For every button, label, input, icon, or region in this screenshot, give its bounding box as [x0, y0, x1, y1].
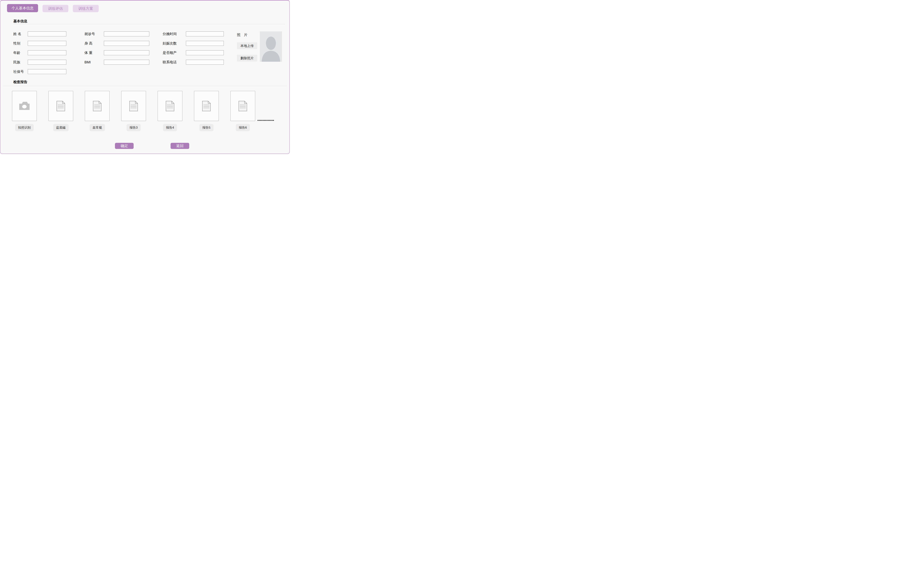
- report-item: 盆底磁: [48, 91, 73, 131]
- visit-no-field-label: 就诊号: [84, 31, 104, 36]
- report-card-list: 拍照识别 盆底磁: [12, 91, 255, 131]
- document-icon: [166, 101, 174, 111]
- bmi-field-row: BMI: [84, 60, 149, 65]
- social-security-field-label: 社保号: [13, 69, 28, 74]
- avatar: [260, 31, 282, 62]
- report-card-label[interactable]: 盆底磁: [53, 124, 69, 131]
- age-input[interactable]: [28, 50, 66, 55]
- patient-info-panel: 个人基本信息 训练评估 训练方案 基本信息 姓 名 性别 年龄 民族 社保号 就: [0, 0, 290, 154]
- natural-birth-field-label: 是否顺产: [163, 50, 186, 55]
- age-field-row: 年龄: [13, 50, 66, 55]
- delivery-time-field-row: 分娩时间: [163, 31, 224, 36]
- height-field-row: 身 高: [84, 41, 149, 46]
- ethnicity-field-row: 民族: [13, 60, 66, 65]
- contact-phone-input[interactable]: [186, 60, 224, 65]
- weight-field-row: 体 重: [84, 50, 149, 55]
- pregnancy-count-field-label: 妊娠次数: [163, 41, 186, 46]
- height-input[interactable]: [104, 41, 149, 46]
- reports-section-title: 检查报告: [13, 80, 27, 84]
- social-security-input[interactable]: [28, 69, 66, 74]
- bmi-input[interactable]: [104, 60, 149, 65]
- weight-field-label: 体 重: [84, 50, 104, 55]
- report-item-photo-ocr: 拍照识别: [12, 91, 37, 131]
- height-field-label: 身 高: [84, 41, 104, 46]
- pregnancy-count-field-row: 妊娠次数: [163, 41, 224, 46]
- report-card-label[interactable]: 血常规: [90, 124, 105, 131]
- report-card[interactable]: [85, 91, 110, 121]
- basic-info-section-title: 基本信息: [13, 19, 27, 24]
- report-card[interactable]: [158, 91, 183, 121]
- report-card-label[interactable]: 报告5: [199, 124, 213, 131]
- name-field-label: 姓 名: [13, 31, 28, 36]
- report-card-label[interactable]: 报告4: [163, 124, 177, 131]
- camera-icon: [19, 101, 30, 111]
- contact-phone-field-label: 联系电话: [163, 60, 186, 65]
- delete-photo-button[interactable]: 删除照片: [237, 55, 257, 61]
- report-card-label[interactable]: 报告6: [236, 124, 250, 131]
- delivery-time-input[interactable]: [186, 31, 224, 36]
- report-item: 报告5: [194, 91, 219, 131]
- report-card-label[interactable]: 报告3: [127, 124, 140, 131]
- report-item: 血常规: [85, 91, 110, 131]
- weight-input[interactable]: [104, 50, 149, 55]
- document-icon: [239, 101, 247, 111]
- tab-bar: 个人基本信息 训练评估 训练方案: [7, 4, 99, 12]
- report-item: 报告4: [158, 91, 183, 131]
- visit-no-field-row: 就诊号: [84, 31, 149, 36]
- ethnicity-input[interactable]: [28, 60, 66, 65]
- visit-no-input[interactable]: [104, 31, 149, 36]
- report-card[interactable]: [231, 91, 255, 121]
- more-reports-ellipsis: [258, 120, 274, 121]
- name-input[interactable]: [28, 31, 66, 36]
- tab-training-evaluation[interactable]: 训练评估: [43, 5, 68, 12]
- pregnancy-count-input[interactable]: [186, 41, 224, 46]
- person-silhouette-icon: [260, 31, 282, 62]
- report-card-label[interactable]: 拍照识别: [15, 124, 34, 131]
- form-column-3: 分娩时间 妊娠次数 是否顺产 联系电话: [163, 31, 224, 65]
- natural-birth-input[interactable]: [186, 50, 224, 55]
- tab-training-plan[interactable]: 训练方案: [73, 5, 99, 12]
- document-icon: [56, 101, 65, 111]
- report-item: 报告3: [121, 91, 146, 131]
- tab-personal-info[interactable]: 个人基本信息: [7, 4, 38, 12]
- social-security-field-row: 社保号: [13, 69, 66, 74]
- report-card[interactable]: [194, 91, 219, 121]
- gender-field-label: 性别: [13, 41, 28, 46]
- delivery-time-field-label: 分娩时间: [163, 31, 186, 36]
- document-icon: [93, 101, 102, 111]
- document-icon: [202, 101, 211, 111]
- natural-birth-field-row: 是否顺产: [163, 50, 224, 55]
- gender-field-row: 性别: [13, 41, 66, 46]
- document-icon: [129, 101, 138, 111]
- contact-phone-field-row: 联系电话: [163, 60, 224, 65]
- local-upload-button[interactable]: 本地上传: [237, 42, 257, 49]
- gender-input[interactable]: [28, 41, 66, 46]
- name-field-row: 姓 名: [13, 31, 66, 36]
- report-card-photo-ocr[interactable]: [12, 91, 37, 121]
- report-card[interactable]: [121, 91, 146, 121]
- report-card[interactable]: [48, 91, 73, 121]
- confirm-button[interactable]: 确定: [115, 143, 133, 149]
- bmi-field-label: BMI: [84, 60, 104, 64]
- form-column-1: 姓 名 性别 年龄 民族 社保号: [13, 31, 66, 74]
- ethnicity-field-label: 民族: [13, 60, 28, 65]
- photo-field-label: 照 片: [237, 33, 247, 37]
- form-column-2: 就诊号 身 高 体 重 BMI: [84, 31, 149, 65]
- report-item: 报告6: [231, 91, 255, 131]
- age-field-label: 年龄: [13, 50, 28, 55]
- back-button[interactable]: 返回: [171, 143, 189, 149]
